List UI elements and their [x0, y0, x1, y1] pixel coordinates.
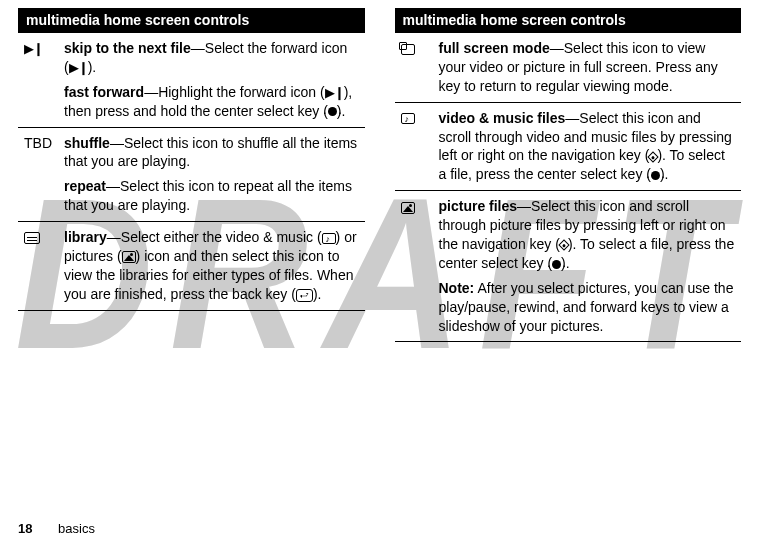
video-music-icon-cell [395, 102, 433, 191]
left-table: multimedia home screen controls ▶❙ skip … [18, 8, 365, 311]
ff-label: fast forward [64, 84, 144, 100]
left-header: multimedia home screen controls [18, 8, 365, 33]
video-music-icon [401, 113, 415, 124]
tbd-label: TBD [18, 127, 58, 222]
note-text: After you select pictures, you can use t… [439, 280, 734, 334]
library-body: library—Select either the video & music … [58, 222, 365, 311]
skip-label: skip to the next file [64, 40, 191, 56]
shuffle-repeat-body: shuffle—Select this icon to shuffle all … [58, 127, 365, 222]
pf-label: picture files [439, 198, 518, 214]
page-footer: 18 basics [18, 521, 95, 536]
fullscreen-icon [401, 44, 415, 55]
pictures-body: picture files—Select this icon and scrol… [433, 191, 742, 342]
fullscreen-body: full screen mode—Select this icon to vie… [433, 33, 742, 103]
center-key-icon-2 [552, 260, 561, 269]
repeat-text: —Select this icon to repeat all the item… [64, 178, 352, 213]
pictures-icon [401, 202, 415, 214]
video-music-body: video & music files—Select this icon and… [433, 102, 742, 191]
note-label: Note: [439, 280, 475, 296]
pictures-icon-cell [395, 191, 433, 342]
pictures-inline-icon [122, 251, 136, 263]
fullscreen-label: full screen mode [439, 40, 550, 56]
fullscreen-icon-cell [395, 33, 433, 103]
center-key-icon [651, 171, 660, 180]
forward-glyph: ▶❙ [24, 41, 43, 56]
content-columns: multimedia home screen controls ▶❙ skip … [0, 0, 759, 342]
library-icon-cell [18, 222, 58, 311]
library-icon [24, 232, 40, 244]
vm-label: video & music files [439, 110, 566, 126]
page-number: 18 [18, 521, 32, 536]
skip-forward-icon: ▶❙ [18, 33, 58, 128]
library-label: library [64, 229, 107, 245]
library-text: —Select either the video & music () or p… [64, 229, 357, 302]
left-column: multimedia home screen controls ▶❙ skip … [18, 8, 365, 342]
back-key-icon: ⮐ [296, 289, 313, 302]
skip-forward-body: skip to the next file—Select the forward… [58, 33, 365, 128]
shuffle-label: shuffle [64, 135, 110, 151]
repeat-label: repeat [64, 178, 106, 194]
right-table: multimedia home screen controls full scr… [395, 8, 742, 342]
video-music-inline-icon [322, 233, 336, 244]
right-column: multimedia home screen controls full scr… [395, 8, 742, 342]
section-label: basics [58, 521, 95, 536]
nav-key-icon [648, 151, 659, 162]
nav-key-icon-2 [558, 240, 569, 251]
right-header: multimedia home screen controls [395, 8, 742, 33]
